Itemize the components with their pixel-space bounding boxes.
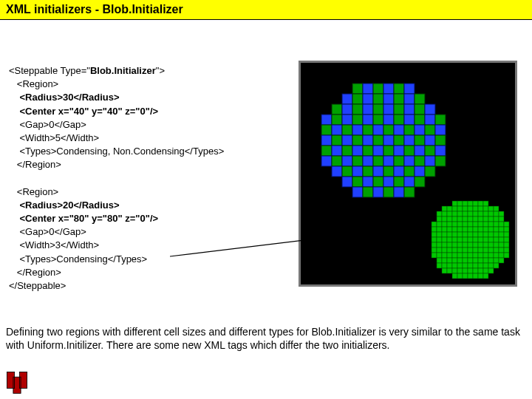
svg-rect-82 (415, 156, 425, 166)
svg-rect-291 (483, 268, 488, 273)
svg-rect-163 (483, 222, 488, 227)
svg-rect-196 (499, 232, 504, 237)
svg-rect-272 (442, 263, 447, 268)
svg-rect-141 (442, 216, 447, 222)
svg-rect-274 (452, 263, 457, 268)
svg-rect-185 (442, 232, 447, 237)
svg-rect-50 (332, 135, 342, 146)
svg-rect-179 (488, 227, 494, 232)
svg-rect-33 (404, 115, 415, 125)
svg-rect-43 (383, 125, 394, 135)
svg-rect-95 (342, 177, 352, 187)
svg-rect-84 (435, 156, 446, 166)
svg-rect-183 (432, 232, 437, 237)
svg-rect-81 (404, 156, 415, 166)
svg-rect-10 (373, 94, 383, 104)
svg-rect-192 (478, 232, 483, 237)
svg-rect-135 (478, 211, 483, 216)
svg-rect-94 (425, 166, 435, 177)
svg-rect-122 (473, 206, 478, 211)
svg-rect-278 (473, 263, 478, 268)
svg-rect-212 (504, 237, 509, 242)
svg-rect-286 (457, 268, 463, 273)
svg-rect-32 (394, 115, 404, 125)
svg-rect-293 (452, 273, 457, 279)
svg-rect-88 (363, 166, 373, 177)
svg-rect-234 (463, 248, 468, 253)
svg-rect-217 (452, 242, 457, 248)
svg-rect-201 (447, 237, 452, 242)
svg-rect-273 (447, 263, 452, 268)
svg-rect-256 (499, 253, 504, 258)
svg-rect-175 (468, 227, 473, 232)
svg-rect-215 (442, 242, 447, 248)
svg-rect-249 (463, 253, 468, 258)
svg-rect-235 (468, 248, 473, 253)
xml-radius-close: </Radius> (73, 92, 119, 103)
svg-rect-111 (463, 201, 468, 206)
svg-rect-276 (463, 263, 468, 268)
svg-rect-167 (504, 222, 509, 227)
svg-rect-182 (504, 227, 509, 232)
svg-rect-146 (468, 216, 473, 222)
svg-rect-211 (499, 237, 504, 242)
svg-rect-259 (442, 258, 447, 263)
svg-rect-166 (499, 222, 504, 227)
svg-rect-71 (425, 146, 435, 156)
svg-rect-19 (373, 104, 383, 115)
svg-rect-47 (425, 125, 435, 135)
svg-rect-219 (463, 242, 468, 248)
svg-rect-233 (457, 248, 463, 253)
svg-rect-11 (383, 94, 394, 104)
svg-rect-236 (473, 248, 478, 253)
svg-rect-6 (404, 83, 415, 94)
svg-rect-83 (425, 156, 435, 166)
xml-line: </Region> (9, 159, 61, 170)
svg-rect-245 (442, 253, 447, 258)
svg-rect-77 (363, 156, 373, 166)
svg-rect-139 (499, 211, 504, 216)
svg-rect-105 (373, 187, 383, 197)
svg-rect-158 (457, 222, 463, 227)
svg-rect-193 (483, 232, 488, 237)
xml-radius-open: <Radius> (9, 92, 63, 103)
svg-rect-232 (452, 248, 457, 253)
svg-rect-29 (363, 115, 373, 125)
svg-rect-246 (447, 253, 452, 258)
svg-rect-60 (435, 135, 446, 146)
svg-rect-258 (437, 258, 442, 263)
svg-rect-150 (488, 216, 494, 222)
svg-rect-202 (452, 237, 457, 242)
svg-rect-229 (437, 248, 442, 253)
svg-rect-42 (373, 125, 383, 135)
svg-rect-210 (494, 237, 499, 242)
svg-rect-295 (463, 273, 468, 279)
svg-rect-226 (499, 242, 504, 248)
svg-rect-242 (504, 248, 509, 253)
svg-rect-216 (447, 242, 452, 248)
svg-rect-132 (463, 211, 468, 216)
svg-rect-4 (383, 83, 394, 94)
svg-rect-178 (483, 227, 488, 232)
svg-rect-190 (468, 232, 473, 237)
svg-rect-99 (383, 177, 394, 187)
svg-rect-25 (321, 115, 332, 125)
svg-rect-61 (321, 146, 332, 156)
svg-rect-2 (363, 83, 373, 94)
svg-rect-297 (473, 273, 478, 279)
svg-rect-257 (504, 253, 509, 258)
svg-rect-168 (432, 227, 437, 232)
svg-rect-41 (363, 125, 373, 135)
svg-rect-143 (452, 216, 457, 222)
svg-rect-279 (478, 263, 483, 268)
svg-rect-66 (373, 146, 383, 156)
svg-rect-118 (452, 206, 457, 211)
svg-rect-266 (478, 258, 483, 263)
svg-rect-38 (332, 125, 342, 135)
svg-rect-270 (499, 258, 504, 263)
xml-line: <Steppable Type=" (9, 65, 90, 76)
svg-rect-17 (352, 104, 363, 115)
svg-rect-198 (432, 237, 437, 242)
svg-rect-188 (457, 232, 463, 237)
svg-rect-54 (373, 135, 383, 146)
